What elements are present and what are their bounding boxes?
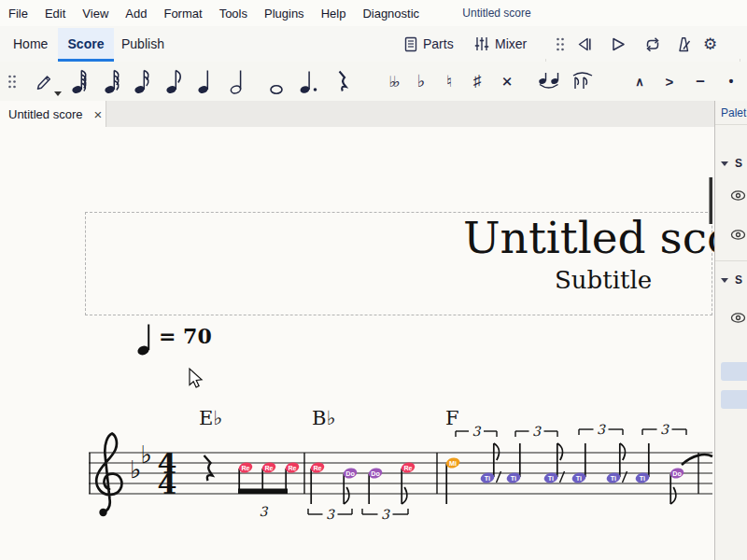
note-re[interactable]: Re bbox=[310, 461, 326, 504]
tuplet-bracket[interactable]: 3 bbox=[308, 507, 352, 522]
notehead-solfege-label: Ti bbox=[576, 474, 582, 483]
notehead-solfege-label: Ti bbox=[485, 474, 490, 483]
notehead-solfege-label: Mi bbox=[449, 459, 457, 468]
tuplet-number: 3 bbox=[532, 424, 542, 439]
tuplet-bracket[interactable]: 3 bbox=[515, 424, 557, 439]
menu-file[interactable]: File bbox=[0, 7, 36, 21]
tenuto-button[interactable]: – bbox=[686, 68, 714, 94]
duration-16th-button[interactable] bbox=[128, 68, 156, 94]
duration-eighth-button[interactable] bbox=[160, 68, 188, 94]
note-ti[interactable]: Ti bbox=[480, 443, 501, 484]
panel-button[interactable] bbox=[721, 390, 747, 409]
key-signature-flat-2[interactable]: ♭ bbox=[141, 441, 152, 469]
panel-section-2-label: S bbox=[735, 273, 742, 287]
tab-publish[interactable]: Publish bbox=[118, 28, 168, 60]
menu-edit[interactable]: Edit bbox=[36, 7, 74, 21]
staff-svg[interactable]: ♭ ♭ 4 4 ReReReReDoDoReMiTiTiTiTiTiTiDo33… bbox=[0, 127, 714, 560]
key-signature-flat-1[interactable]: ♭ bbox=[130, 455, 141, 483]
natural-button[interactable]: ♮ bbox=[435, 68, 463, 94]
dropdown-caret-icon bbox=[54, 91, 62, 96]
note-do[interactable]: Do bbox=[343, 467, 359, 504]
parts-button[interactable]: Parts bbox=[404, 32, 454, 56]
tuplet-bracket[interactable]: 3 bbox=[362, 507, 408, 522]
grace-notes-button[interactable] bbox=[568, 68, 598, 94]
loop-playback-button[interactable] bbox=[643, 32, 662, 56]
duration-half-button[interactable] bbox=[224, 68, 252, 94]
play-icon bbox=[610, 36, 627, 52]
menu-help[interactable]: Help bbox=[313, 7, 355, 21]
note-ti[interactable]: Ti bbox=[571, 443, 587, 484]
panel-section-1[interactable]: S bbox=[721, 157, 742, 170]
playback-drag-handle[interactable] bbox=[556, 32, 565, 56]
tab-home[interactable]: Home bbox=[9, 28, 51, 60]
notehead-solfege-label: Re bbox=[241, 464, 249, 472]
quarter-rest[interactable] bbox=[204, 455, 213, 481]
tuplet-bracket[interactable]: 3 bbox=[579, 422, 623, 437]
note-re[interactable]: Re bbox=[285, 461, 301, 491]
score-canvas[interactable]: Untitled score Subtitle = 70 E♭B♭F ♭ ♭ 4… bbox=[0, 127, 714, 560]
rewind-button[interactable] bbox=[576, 32, 594, 56]
visibility-eye-icon[interactable] bbox=[730, 311, 746, 328]
playback-settings-button[interactable]: ⚙ bbox=[703, 32, 717, 56]
flat-button[interactable]: ♭ bbox=[407, 68, 435, 94]
note-do[interactable]: Do bbox=[368, 467, 384, 504]
notehead-solfege-label: Ti bbox=[548, 474, 554, 483]
augmentation-dot-button[interactable] bbox=[296, 68, 324, 94]
palettes-panel-header: Palet bbox=[721, 106, 746, 119]
notes-layer: ReReReReDoDoReMiTiTiTiTiTiTiDo3333333 bbox=[89, 422, 712, 523]
duration-whole-button[interactable] bbox=[262, 68, 290, 94]
tuplet-bracket[interactable]: 3 bbox=[456, 424, 497, 439]
menu-diagnostic[interactable]: Diagnostic bbox=[354, 7, 428, 21]
visibility-eye-icon[interactable] bbox=[730, 189, 746, 205]
duration-32nd-button[interactable] bbox=[98, 68, 126, 94]
tuplet-number: 3 bbox=[381, 507, 390, 522]
chevron-down-icon bbox=[721, 278, 728, 283]
close-icon[interactable]: × bbox=[93, 107, 102, 121]
note-ti[interactable]: Ti bbox=[506, 443, 522, 484]
note-re[interactable]: Re bbox=[261, 461, 277, 491]
metronome-button[interactable] bbox=[674, 32, 693, 56]
marcato-button[interactable]: ∧ bbox=[626, 68, 654, 94]
notehead-solfege-label: Ti bbox=[640, 474, 645, 483]
treble-clef-icon[interactable] bbox=[96, 434, 121, 517]
document-tab[interactable]: Untitled score × bbox=[0, 101, 106, 127]
tuplet-bracket[interactable]: 3 bbox=[642, 422, 686, 437]
note-input-mode-button[interactable] bbox=[30, 68, 58, 94]
accent-button[interactable]: > bbox=[655, 68, 684, 94]
tab-score[interactable]: Score bbox=[58, 28, 114, 62]
tuplet-number[interactable]: 3 bbox=[260, 504, 269, 519]
tie-button[interactable] bbox=[534, 68, 564, 94]
double-flat-button[interactable]: ♭♭ bbox=[379, 68, 407, 94]
document-tab-strip: Untitled score × bbox=[0, 101, 714, 128]
note-do[interactable]: Do bbox=[669, 467, 685, 504]
note-ti[interactable]: Ti bbox=[635, 443, 651, 484]
rest-button[interactable] bbox=[328, 68, 356, 94]
note-re[interactable]: Re bbox=[238, 461, 254, 491]
note-input-toolbar: ♭♭ ♭ ♮ ♯ × ∧ > – • bbox=[0, 62, 747, 102]
note-mi[interactable]: Mi bbox=[445, 456, 461, 504]
visibility-eye-icon[interactable] bbox=[730, 228, 746, 245]
parts-document-icon bbox=[404, 36, 417, 52]
duration-64th-button[interactable] bbox=[65, 68, 93, 94]
mixer-label: Mixer bbox=[495, 36, 527, 51]
note-ti[interactable]: Ti bbox=[606, 443, 627, 484]
mixer-button[interactable]: Mixer bbox=[474, 32, 527, 56]
menu-add[interactable]: Add bbox=[117, 7, 155, 21]
panel-button[interactable] bbox=[721, 362, 747, 381]
toolbar-drag-handle[interactable] bbox=[2, 68, 22, 94]
sharp-button[interactable]: ♯ bbox=[463, 68, 491, 94]
menu-view[interactable]: View bbox=[74, 7, 117, 21]
vertical-scrollbar-thumb[interactable] bbox=[710, 177, 713, 224]
note-re[interactable]: Re bbox=[401, 461, 416, 504]
menu-tools[interactable]: Tools bbox=[211, 7, 256, 21]
note-ti[interactable]: Ti bbox=[543, 443, 565, 484]
menu-plugins[interactable]: Plugins bbox=[256, 7, 313, 21]
play-button[interactable] bbox=[610, 32, 627, 56]
panel-section-2[interactable]: S bbox=[721, 273, 742, 287]
notehead-solfege-label: Re bbox=[288, 464, 296, 472]
menu-format[interactable]: Format bbox=[155, 7, 210, 21]
staccato-button[interactable]: • bbox=[717, 68, 745, 94]
duration-quarter-button[interactable] bbox=[191, 68, 219, 94]
notehead-solfege-label: Do bbox=[672, 469, 682, 478]
double-sharp-button[interactable]: × bbox=[493, 68, 521, 94]
